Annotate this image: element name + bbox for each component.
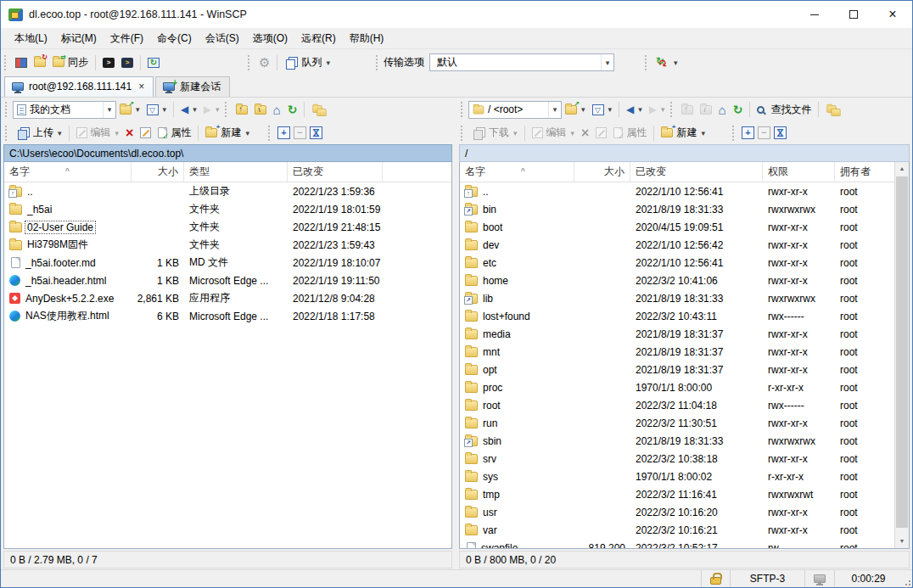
menu-item[interactable]: 远程(R): [294, 29, 343, 48]
table-row[interactable]: mnt 2021/8/19 18:31:37 rwxr-xr-x root: [460, 343, 909, 361]
table-row[interactable]: tmp 2022/3/2 11:16:41 rwxrwxrwt root: [460, 485, 909, 503]
minimize-button[interactable]: [795, 1, 834, 28]
local-properties-button[interactable]: ✓属性: [154, 124, 194, 142]
table-row[interactable]: run 2022/3/2 11:30:51 rwxr-xr-x root: [460, 414, 909, 432]
table-row[interactable]: bin 2021/8/19 18:31:33 rwxrwxrwx root: [460, 200, 909, 218]
toolbar-grip[interactable]: [248, 55, 252, 70]
remote-delete-button[interactable]: ×: [578, 124, 592, 143]
encryption-cell[interactable]: [701, 570, 730, 587]
table-row[interactable]: Hi3798M固件 文件夹 2022/1/23 1:59:43: [4, 236, 451, 254]
select-files-button[interactable]: +: [742, 126, 754, 139]
toolbar-grip[interactable]: [268, 126, 272, 141]
remote-home-button[interactable]: ⌂: [715, 101, 730, 119]
remote-forward-button[interactable]: ▶▾: [646, 102, 669, 117]
table-row[interactable]: root 2022/3/2 11:04:18 rwx------ root: [460, 396, 909, 414]
menu-item[interactable]: 命令(C): [150, 29, 199, 48]
local-root-directory-button[interactable]: \: [251, 104, 270, 116]
remote-filter-button[interactable]: ▽▾: [589, 103, 616, 117]
invert-selection-button[interactable]: ⋈: [310, 126, 322, 139]
table-row[interactable]: .. 上级目录 2022/1/23 1:59:36: [4, 182, 451, 200]
column-header-name[interactable]: 名字^: [460, 162, 574, 182]
local-back-button[interactable]: ◀▾: [177, 102, 200, 117]
table-row[interactable]: home 2022/3/2 10:41:06 rwxr-xr-x root: [460, 272, 909, 289]
table-row[interactable]: 02-User Guide 文件夹 2022/1/19 21:48:15: [4, 218, 451, 236]
table-row[interactable]: lost+found 2022/3/2 10:43:11 rwx------ r…: [460, 307, 909, 325]
scroll-down-icon[interactable]: ▼: [895, 535, 909, 548]
toolbar-grip[interactable]: [461, 126, 465, 141]
local-refresh-button[interactable]: ↻: [284, 101, 301, 118]
column-header-name[interactable]: 名字^: [4, 162, 132, 182]
remote-edit-button[interactable]: 编辑▾: [529, 124, 579, 142]
preferences-button[interactable]: ⚙: [255, 54, 273, 70]
tab-session-active[interactable]: root@192.168.111.141 ×: [4, 76, 154, 97]
toolbar-grip[interactable]: [5, 126, 9, 141]
invert-selection-button[interactable]: ⋈: [774, 126, 787, 139]
queue-button[interactable]: 队列▾: [281, 53, 333, 71]
table-row[interactable]: srv 2022/3/2 10:38:18 rwxr-xr-x root: [460, 450, 909, 468]
local-home-button[interactable]: ⌂: [270, 101, 284, 119]
table-row[interactable]: swapfile 819,200 2022/3/2 10:52:17 rw---…: [460, 539, 909, 548]
connection-cell[interactable]: [804, 570, 834, 587]
synchronize-button[interactable]: ⇄同步: [49, 53, 92, 71]
table-row[interactable]: boot 2020/4/15 19:09:51 rwxr-xr-x root: [460, 218, 909, 236]
unselect-files-button[interactable]: −: [294, 126, 306, 139]
table-row[interactable]: _h5ai 文件夹 2022/1/19 18:01:59: [4, 200, 451, 218]
local-new-button[interactable]: +新建▾: [202, 124, 253, 142]
table-row[interactable]: usr 2022/3/2 10:16:20 rwxr-xr-x root: [460, 503, 909, 521]
table-row[interactable]: sbin 2021/8/19 18:31:33 rwxrwxrwx root: [460, 432, 909, 450]
menu-item[interactable]: 文件(F): [104, 29, 150, 48]
remote-path-bar[interactable]: /: [459, 144, 910, 162]
local-path-bar[interactable]: C:\Users\ecoo\Documents\dl.ecoo.top\: [3, 144, 452, 162]
menu-item[interactable]: 本地(L): [8, 29, 54, 48]
column-header-changed[interactable]: 已改变: [288, 162, 383, 182]
local-open-directory-button[interactable]: ↗▾: [116, 104, 143, 116]
column-header-size[interactable]: 大小: [574, 162, 630, 182]
toolbar-grip[interactable]: [4, 55, 8, 70]
toolbar-grip[interactable]: [5, 102, 9, 117]
toolbar-grip[interactable]: [376, 55, 380, 70]
tab-close-icon[interactable]: ×: [138, 81, 144, 92]
transfer-settings-button[interactable]: ↻↻▾: [653, 55, 681, 70]
column-header-type[interactable]: 类型: [184, 162, 288, 182]
local-filter-button[interactable]: ▽▾: [143, 103, 171, 117]
local-rename-button[interactable]: [137, 126, 154, 140]
table-row[interactable]: lib 2021/8/19 18:31:33 rwxrwxrwx root: [460, 289, 909, 307]
table-row[interactable]: _h5ai.footer.md 1 KB MD 文件 2022/1/19 18:…: [4, 254, 451, 272]
toolbar-grip[interactable]: [670, 102, 675, 117]
table-row[interactable]: dev 2022/1/10 12:56:42 rwxr-xr-x root: [460, 236, 909, 254]
remote-parent-directory-button[interactable]: ↑: [678, 104, 697, 116]
remote-root-directory-button[interactable]: /: [697, 104, 715, 116]
local-track-changes-button[interactable]: [308, 103, 328, 117]
remote-properties-button[interactable]: ✓属性: [610, 124, 650, 142]
menu-item[interactable]: 会话(S): [199, 29, 246, 48]
maximize-button[interactable]: [834, 1, 873, 28]
local-parent-directory-button[interactable]: ↑: [232, 104, 251, 116]
column-header-perm[interactable]: 权限: [763, 162, 835, 182]
local-forward-button[interactable]: ▶▾: [200, 102, 223, 117]
remote-refresh-button[interactable]: ↻: [730, 101, 747, 118]
toolbar-grip[interactable]: [732, 126, 737, 141]
remote-open-directory-button[interactable]: ↗▾: [562, 104, 589, 116]
local-delete-button[interactable]: ×: [122, 124, 137, 143]
remote-location-select[interactable]: / <root> ▾: [468, 101, 562, 119]
table-row[interactable]: NAS使用教程.html 6 KB Microsoft Edge ... 202…: [4, 307, 451, 325]
table-row[interactable]: .. 2022/1/10 12:56:41 rwxr-xr-x root: [460, 182, 909, 200]
open-terminal-button[interactable]: >: [118, 56, 137, 70]
table-row[interactable]: sys 1970/1/1 8:00:02 r-xr-xr-x root: [460, 468, 909, 485]
remote-rename-button[interactable]: [592, 126, 610, 140]
toolbar-grip[interactable]: [461, 102, 465, 117]
toolbar-grip[interactable]: [645, 55, 649, 70]
remote-track-changes-button[interactable]: [822, 103, 843, 117]
local-location-select[interactable]: 我的文档 ▾: [13, 101, 116, 119]
menu-item[interactable]: 帮助(H): [343, 29, 391, 48]
column-header-size[interactable]: 大小: [132, 162, 184, 182]
menu-item[interactable]: 标记(M): [54, 29, 104, 48]
unselect-files-button[interactable]: −: [758, 126, 770, 139]
select-files-button[interactable]: +: [277, 126, 290, 139]
table-row[interactable]: etc 2022/1/10 12:56:41 rwxr-xr-x root: [460, 254, 909, 272]
toolbar-grip[interactable]: [225, 102, 229, 117]
resize-grip[interactable]: [902, 570, 912, 587]
open-console-button[interactable]: >: [99, 56, 118, 70]
table-row[interactable]: var 2022/3/2 10:16:21 rwxr-xr-x root: [460, 521, 909, 539]
download-button[interactable]: 下载▾: [468, 124, 521, 142]
